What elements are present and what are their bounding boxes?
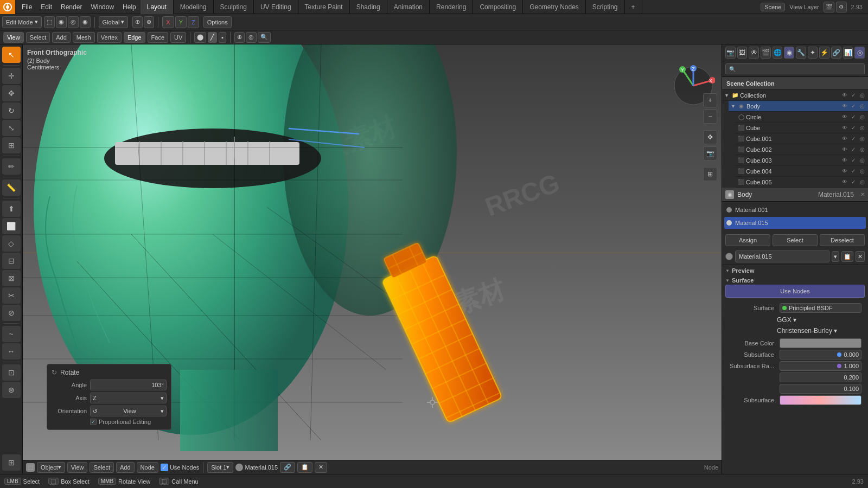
tool-knife[interactable]: ✂ (2, 287, 21, 304)
tab-shading[interactable]: Shading (350, 0, 387, 14)
tool-extrude[interactable]: ⬆ (2, 201, 21, 217)
viewport-area[interactable]: RRCG 人人素材 RRCG 人人素材 RRCG (23, 44, 722, 474)
cube004-sel[interactable]: ✓ (850, 168, 857, 175)
collection-btn[interactable]: ⊞ (703, 167, 717, 181)
xray-icon[interactable]: ◎ (246, 32, 257, 43)
mat-item-015[interactable]: Material.015 (724, 217, 866, 229)
cube004-vis[interactable]: 👁 (841, 168, 848, 175)
tool-cursor[interactable]: ✛ (2, 68, 21, 84)
slot-selector[interactable]: Slot 1 ▾ (207, 462, 233, 473)
tab-modeling[interactable]: Modeling (174, 0, 214, 14)
tab-rendering[interactable]: Rendering (430, 0, 473, 14)
preview-section[interactable]: Preview (722, 265, 868, 275)
subsystem-val[interactable]: Christensen-Burley ▾ (777, 327, 861, 335)
item-circle[interactable]: ◯ Circle 👁 ✓ ◎ (735, 112, 868, 123)
subsurface-radius-val[interactable]: 1.000 (780, 361, 861, 371)
snap-btn[interactable]: ⊕ (132, 16, 143, 28)
tool-shrink[interactable]: ⊡ (2, 364, 21, 381)
vp-select-btn[interactable]: Select (26, 32, 50, 43)
vertex-mode-icon[interactable]: ⬤ (194, 32, 206, 43)
tab-geometry-nodes[interactable]: Geometry Nodes (523, 0, 586, 14)
object-mode-bottom[interactable]: Object ▾ (37, 462, 65, 473)
vp-add-btn[interactable]: Add (52, 32, 71, 43)
add-bottom[interactable]: Add (116, 462, 135, 473)
cube005-vis[interactable]: 👁 (841, 178, 848, 186)
select-bottom[interactable]: Select (90, 462, 114, 473)
solid-btn[interactable]: ◉ (56, 16, 67, 28)
tool-bisect[interactable]: ⊘ (2, 305, 21, 321)
deselect-btn[interactable]: Deselect (820, 234, 865, 246)
ci-vis-2[interactable]: 👁 (841, 113, 848, 121)
copy-icon[interactable]: 📋 (297, 462, 312, 473)
tool-select[interactable]: ↖ (2, 47, 21, 63)
sel-icon-1[interactable]: ✓ (850, 92, 857, 99)
distribution-val[interactable]: GGX ▾ (777, 316, 861, 324)
menu-render[interactable]: Render (56, 0, 86, 14)
assign-btn[interactable]: Assign (725, 234, 770, 246)
cube001-sel[interactable]: ✓ (850, 135, 857, 143)
tool-push-pull[interactable]: ⊛ (2, 382, 21, 398)
link-icon[interactable]: 🔗 (280, 462, 295, 473)
cube002-sel[interactable]: ✓ (850, 146, 857, 153)
mat-delete-btn[interactable]: ✕ (856, 251, 865, 262)
tool-smooth[interactable]: ~ (2, 326, 21, 342)
viewport-canvas[interactable]: RRCG 人人素材 RRCG 人人素材 RRCG (23, 44, 722, 460)
orientation-dropdown[interactable]: ↺ View ▾ (90, 406, 167, 416)
cube005-sel[interactable]: ✓ (850, 178, 857, 186)
panel-icon-data[interactable]: 📊 (843, 47, 853, 59)
view-bottom[interactable]: View (67, 462, 88, 473)
tool-move[interactable]: ✥ (2, 85, 21, 101)
tool-rotate[interactable]: ↻ (2, 102, 21, 119)
tab-uv-editing[interactable]: UV Editing (254, 0, 298, 14)
ci-sel-2[interactable]: ✓ (850, 113, 857, 121)
vp-mesh-btn[interactable]: Mesh (73, 32, 95, 43)
panel-icon-output[interactable]: 🖼 (737, 47, 748, 59)
vp-vertex-btn[interactable]: Vertex (97, 32, 122, 43)
wireframe-btn[interactable]: ⬚ (44, 16, 55, 28)
base-color-val[interactable] (780, 338, 861, 348)
mat-browse-btn[interactable]: ▾ (832, 251, 839, 262)
menu-help[interactable]: Help (118, 0, 141, 14)
tool-scale[interactable]: ⤡ (2, 120, 21, 136)
node-bottom[interactable]: Node (137, 462, 158, 473)
use-nodes-check[interactable]: ✓ (161, 464, 168, 471)
tool-measure[interactable]: 📏 (2, 179, 21, 196)
subsurface-g-val[interactable]: 0.200 (780, 373, 861, 382)
select-mat-btn[interactable]: Select (773, 234, 818, 246)
delete-mat-icon[interactable]: ✕ (315, 462, 327, 473)
body-vis[interactable]: 👁 (841, 102, 848, 110)
axis-dropdown[interactable]: Z ▾ (90, 393, 167, 403)
item-cube001[interactable]: ⬛ Cube.001 👁 ✓ ◎ (735, 133, 868, 144)
rend-icon-1[interactable]: ◎ (858, 92, 866, 99)
tab-animation[interactable]: Animation (387, 0, 430, 14)
tool-slide[interactable]: ↔ (2, 343, 21, 359)
vis-icon-1[interactable]: 👁 (841, 92, 848, 99)
y-axis[interactable]: Y (175, 16, 187, 28)
body-sel[interactable]: ✓ (850, 102, 857, 110)
vp-bottom-icon[interactable]: ⬚ (26, 463, 35, 472)
tool-inset[interactable]: ⬜ (2, 218, 21, 234)
tool-annotate[interactable]: ✏ (2, 158, 21, 175)
search-icon[interactable]: 🔍 (258, 32, 271, 43)
tab-texture-paint[interactable]: Texture Paint (298, 0, 350, 14)
mat-copy-btn[interactable]: 📋 (841, 251, 853, 262)
cube-sel[interactable]: ✓ (850, 124, 857, 132)
vp-edge-btn[interactable]: Edge (124, 32, 145, 43)
ci-rend-2[interactable]: ◎ (858, 113, 866, 121)
menu-file[interactable]: File (17, 0, 36, 14)
panel-icon-modifier[interactable]: 🔧 (796, 47, 806, 59)
item-cube004[interactable]: ⬛ Cube.004 👁 ✓ ◎ (735, 166, 868, 177)
tab-compositing[interactable]: Compositing (473, 0, 523, 14)
subsurface-b-val[interactable]: 0.100 (780, 384, 861, 394)
mat-name-input[interactable]: Material.015 (735, 251, 829, 262)
mat-close-icon[interactable]: ✕ (860, 191, 865, 197)
panel-icon-object[interactable]: ◉ (784, 47, 794, 59)
panel-icon-particle[interactable]: ✦ (808, 47, 818, 59)
x-axis[interactable]: X (162, 16, 174, 28)
scene-selector[interactable]: Scene (761, 3, 785, 11)
item-cube005[interactable]: ⬛ Cube.005 👁 ✓ ◎ (735, 177, 868, 188)
panel-icon-scene[interactable]: 🎬 (761, 47, 771, 59)
cube001-vis[interactable]: 👁 (841, 135, 848, 143)
mode-selector[interactable]: Edit Mode ▾ (2, 16, 42, 28)
cube002-rend[interactable]: ◎ (858, 146, 866, 153)
